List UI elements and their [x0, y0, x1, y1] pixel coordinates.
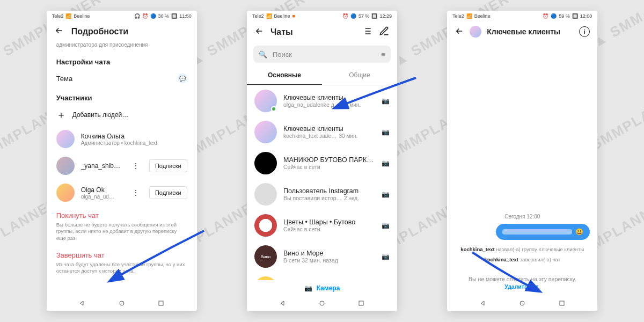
message-content	[502, 229, 572, 235]
info-icon[interactable]: i	[579, 26, 590, 37]
day-label: Сегодня 12:00	[504, 214, 540, 219]
admin-note: администратора для присоединения	[47, 41, 197, 53]
nav-home-icon[interactable]	[518, 299, 526, 309]
svg-point-2	[320, 301, 324, 305]
system-message: kochkina_text назвал(-а) группу Ключевые…	[460, 246, 584, 252]
header: Подробности	[47, 21, 197, 41]
header: Чаты	[247, 21, 397, 42]
camera-icon[interactable]: 📷	[382, 97, 390, 105]
member-name: Кочкина Ольга	[81, 133, 187, 140]
more-icon[interactable]: ⋮	[129, 162, 143, 170]
group-avatar[interactable]	[470, 26, 481, 38]
camera-icon[interactable]: 📷	[382, 128, 390, 136]
back-button[interactable]	[455, 26, 464, 38]
nav-back-icon[interactable]	[279, 299, 287, 309]
leave-note: Вы больше не будете получать сообщения и…	[47, 221, 197, 246]
theme-icon: 💬	[178, 74, 187, 83]
nav-bar	[47, 296, 197, 311]
page-title: Чаты	[270, 27, 355, 37]
footer-note: Вы не можете ответить на эту переписку. …	[447, 270, 597, 296]
svg-rect-5	[560, 301, 564, 305]
chat-item[interactable]: Цветы • Шары • БутовоСейчас в сети 📷	[247, 210, 397, 241]
system-message: kochkina_text завершил(-а) чат	[485, 257, 560, 262]
tab-main[interactable]: Основные	[247, 66, 322, 85]
chat-item[interactable]: Ключевые клиентыkochkina_text заве…30 ми…	[247, 116, 397, 148]
chat-item[interactable]: РЕЦЕПТЫ ТОРТОВПоследнее действие 3 н…	[247, 272, 397, 280]
end-chat[interactable]: Завершить чат	[47, 246, 197, 260]
chat-settings-title: Настройки чата	[47, 53, 197, 68]
camera-icon[interactable]: 📷	[382, 253, 390, 260]
avatar	[254, 214, 277, 237]
member-row[interactable]: Olga Ok olga_na_ud… ⋮ Подписки	[47, 179, 197, 206]
members-title: Участники	[47, 89, 197, 104]
member-sub: Администратор • kochkina_text	[81, 140, 187, 146]
avatar	[254, 121, 277, 143]
chat-item[interactable]: Вино Вино и МореВ сети 32 мин. назад 📷	[247, 241, 397, 272]
message-bubble[interactable]: 😃	[496, 224, 590, 240]
member-name: Olga Ok	[81, 186, 122, 194]
chat-list: Ключевые клиентыolga_na_udalenke д…17 ми…	[247, 85, 397, 280]
avatar	[56, 130, 75, 148]
compose-icon[interactable]	[379, 26, 390, 38]
avatar	[254, 152, 277, 174]
camera-icon[interactable]: 📷	[382, 159, 390, 167]
page-title: Подробности	[71, 27, 128, 36]
chat-item[interactable]: Ключевые клиентыolga_na_udalenke д…17 ми…	[247, 85, 397, 116]
nav-home-icon[interactable]	[318, 299, 326, 309]
delete-chat-link[interactable]: Удалить чат	[504, 283, 538, 290]
nav-home-icon[interactable]	[118, 299, 126, 309]
back-button[interactable]	[54, 26, 64, 37]
more-icon[interactable]: ⋮	[129, 188, 143, 197]
camera-icon[interactable]: 📷	[382, 222, 390, 229]
avatar	[254, 276, 277, 280]
nav-back-icon[interactable]	[78, 299, 86, 309]
member-row[interactable]: Кочкина Ольга Администратор • kochkina_t…	[47, 126, 197, 152]
follow-button[interactable]: Подписки	[149, 186, 187, 199]
tabs: Основные Общие	[247, 66, 397, 85]
status-bar: Tele2 📶 Beeline ■ ⏰🔵57 %🔲12:29	[247, 11, 397, 21]
chat-body: Сегодня 12:00 😃 kochkina_text назвал(-а)…	[447, 42, 597, 270]
svg-point-4	[520, 301, 524, 305]
avatar	[254, 183, 277, 206]
chat-item[interactable]: Пользователь InstagramВы поставили истор…	[247, 179, 397, 210]
avatar	[56, 157, 75, 175]
svg-rect-3	[359, 301, 363, 305]
chat-item[interactable]: МАНИКЮР БУТОВО ПАРК 2…Сейчас в сети 📷	[247, 148, 397, 179]
theme-label: Тема	[56, 75, 73, 83]
leave-chat[interactable]: Покинуть чат	[47, 206, 197, 221]
plus-icon: ＋	[56, 108, 66, 121]
avatar	[254, 90, 277, 112]
search-icon: 🔍	[259, 50, 267, 58]
follow-button[interactable]: Подписки	[149, 159, 187, 172]
member-name: _yana_shiba…	[81, 162, 122, 170]
add-people-label: Добавить людей…	[72, 111, 128, 119]
phone-chats: Tele2 📶 Beeline ■ ⏰🔵57 %🔲12:29 Чаты 🔍 По…	[247, 11, 397, 311]
tab-general[interactable]: Общие	[322, 66, 397, 85]
header: Ключевые клиенты i	[447, 21, 597, 42]
search-placeholder: Поиск	[273, 50, 292, 58]
nav-back-icon[interactable]	[479, 299, 487, 309]
svg-point-0	[120, 301, 124, 305]
theme-row[interactable]: Тема 💬	[47, 68, 197, 89]
phone-conversation: Tele2 📶 Beeline ⏰🔵59 %🔲12:00 Ключевые кл…	[447, 11, 597, 311]
camera-label: Камера	[317, 284, 340, 292]
nav-recent-icon[interactable]	[558, 299, 566, 309]
svg-rect-1	[159, 301, 163, 305]
avatar: Вино	[254, 245, 277, 268]
chat-name: Ключевые клиенты	[283, 94, 375, 101]
camera-bar[interactable]: 📷 Камера	[247, 280, 397, 296]
member-row[interactable]: _yana_shiba… ⋮ Подписки	[47, 152, 197, 179]
nav-bar	[247, 296, 397, 311]
search-input[interactable]: 🔍 Поиск ≡	[253, 46, 391, 63]
online-dot	[271, 106, 276, 112]
back-button[interactable]	[254, 26, 264, 38]
list-icon[interactable]	[362, 26, 372, 38]
emoji-icon: 😃	[575, 228, 583, 236]
chat-title[interactable]: Ключевые клиенты	[487, 27, 574, 36]
nav-recent-icon[interactable]	[357, 299, 365, 309]
add-people-row[interactable]: ＋ Добавить людей…	[47, 104, 197, 126]
nav-recent-icon[interactable]	[157, 299, 165, 309]
filter-icon[interactable]: ≡	[381, 50, 385, 58]
status-bar: Tele2 📶 Beeline 🎧⏰🔵30 %🔲11:50	[47, 11, 197, 21]
camera-icon[interactable]: 📷	[382, 191, 390, 198]
